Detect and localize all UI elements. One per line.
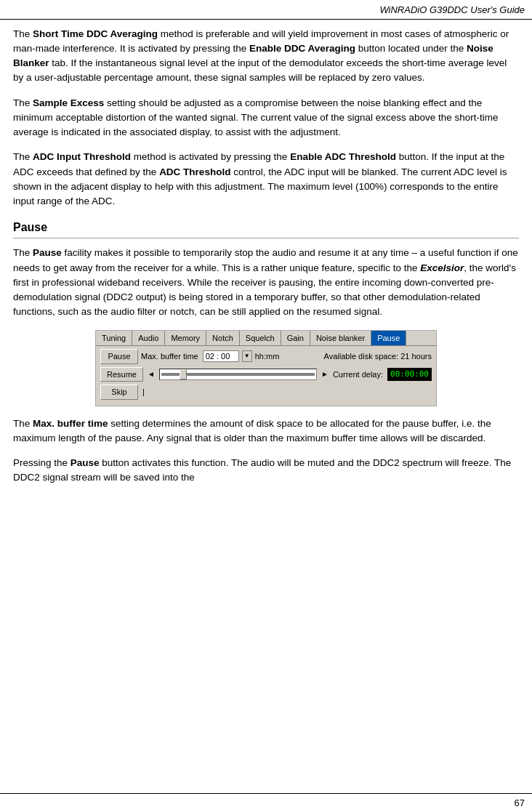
tab-notch[interactable]: Notch [206, 331, 240, 346]
current-delay-label: Current delay: [333, 369, 383, 381]
slider-left-arrow[interactable]: ◄ [146, 369, 156, 379]
header-title: WiNRADiO G39DDC User's Guide [379, 4, 525, 15]
ui-panel-body: Pause Max. buffer time ▼ hh:mm Available… [96, 346, 436, 406]
page-footer: 67 [0, 793, 532, 813]
page-header: WiNRADiO G39DDC User's Guide [0, 0, 532, 20]
resume-button[interactable]: Resume [100, 367, 143, 382]
cursor-indicator: | [142, 386, 145, 398]
bold-sample-excess: Sample Excess [33, 97, 104, 108]
ui-tabs-bar: Tuning Audio Memory Notch Squelch Gain N… [96, 331, 436, 347]
current-delay-value: 00:00:00 [387, 368, 432, 382]
bold-enable-adc-threshold: Enable ADC Threshold [290, 151, 396, 162]
bold-pause-button-ref: Pause [70, 457, 100, 468]
main-content: The Short Time DDC Averaging method is p… [0, 20, 532, 518]
skip-button[interactable]: Skip [100, 385, 138, 400]
slider-thumb[interactable] [180, 369, 187, 379]
paragraph-2: The Sample Excess setting should be adju… [13, 96, 519, 140]
slider-track [161, 373, 315, 376]
page-number: 67 [515, 797, 525, 808]
bold-pause: Pause [33, 247, 62, 258]
current-delay-info: Current delay: 00:00:00 [333, 368, 432, 382]
ui-row-2: Resume ◄ ► Current delay: 00:00:00 [100, 367, 432, 382]
bold-excelsior: Excelsior [420, 262, 464, 273]
paragraph-1: The Short Time DDC Averaging method is p… [13, 27, 519, 86]
available-disk-space-label: Available disk space: 21 hours [324, 350, 432, 363]
paragraph-3: The ADC Input Threshold method is activa… [13, 150, 519, 209]
paragraph-5: The Max. buffer time setting determines … [13, 417, 519, 446]
ui-row-1: Pause Max. buffer time ▼ hh:mm Available… [100, 349, 432, 364]
tab-pause[interactable]: Pause [371, 331, 406, 346]
tab-squelch[interactable]: Squelch [240, 331, 281, 346]
pause-button[interactable]: Pause [100, 349, 138, 364]
tab-tuning[interactable]: Tuning [96, 331, 132, 346]
ui-row-3: Skip | [100, 385, 432, 400]
ui-screenshot: Tuning Audio Memory Notch Squelch Gain N… [95, 330, 437, 406]
hhmm-label: hh:mm [255, 350, 280, 363]
disk-space-info: Available disk space: 21 hours [324, 350, 432, 363]
pause-slider[interactable] [159, 369, 317, 380]
buffer-time-input[interactable] [203, 350, 239, 362]
bold-short-time-ddc: Short Time DDC Averaging [33, 28, 158, 39]
bold-adc-input-threshold: ADC Input Threshold [33, 151, 131, 162]
buffer-time-dropdown[interactable]: ▼ [242, 350, 252, 362]
max-buffer-time-label: Max. buffer time [141, 350, 198, 363]
slider-right-arrow[interactable]: ► [320, 369, 330, 379]
bold-adc-threshold: ADC Threshold [159, 166, 230, 177]
tab-memory[interactable]: Memory [165, 331, 206, 346]
tab-noise-blanker[interactable]: Noise blanker [310, 331, 371, 346]
bold-enable-ddc: Enable DDC Averaging [249, 43, 355, 54]
pause-heading: Pause [13, 219, 519, 238]
tab-gain[interactable]: Gain [281, 331, 310, 346]
tab-audio[interactable]: Audio [132, 331, 165, 346]
bold-max-buffer-time: Max. buffer time [33, 418, 108, 429]
paragraph-6: Pressing the Pause button activates this… [13, 456, 519, 486]
paragraph-4: The Pause facility makes it possible to … [13, 246, 519, 319]
